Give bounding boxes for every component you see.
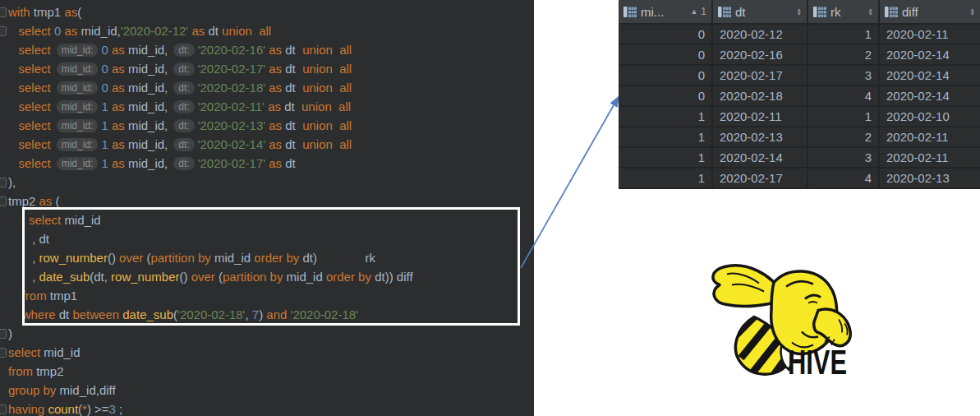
parameter-hint: dt: (173, 119, 194, 132)
code-line[interactable]: selectmid_id:0 as mid_id,dt:'2020-02-16'… (8, 40, 534, 59)
table-cell[interactable]: 2020-02-17 (713, 169, 808, 189)
column-header-dt[interactable]: dt▲▼ (713, 0, 808, 25)
sql-editor-panel[interactable]: with tmp1 as( select 0 as mid_id,'2020-0… (0, 0, 534, 416)
table-column-icon (718, 7, 731, 17)
column-label: diff (902, 5, 918, 19)
table-cell[interactable]: 3 (808, 148, 880, 169)
table-cell[interactable]: 2020-02-14 (880, 86, 980, 107)
sort-indicator-icon[interactable]: ▲▼ (797, 7, 802, 16)
parameter-hint: dt: (173, 81, 194, 95)
parameter-hint: dt: (173, 100, 194, 113)
table-cell[interactable]: 2020-02-14 (880, 45, 980, 66)
table-row[interactable]: 02020-02-1212020-02-11 (619, 25, 980, 45)
table-cell[interactable]: 2020-02-11 (880, 148, 980, 169)
fold-toggle-icon[interactable] (0, 7, 7, 17)
code-line[interactable]: ), (8, 173, 534, 192)
table-cell[interactable]: 0 (619, 45, 713, 66)
column-label: rk (830, 5, 841, 19)
parameter-hint: dt: (173, 157, 194, 170)
code-line[interactable]: , date_sub(dt, row_number() over (partit… (8, 267, 534, 286)
code-line[interactable]: from tmp2 (8, 362, 534, 381)
table-row[interactable]: 12020-02-1742020-02-13 (619, 169, 980, 189)
table-cell[interactable]: 3 (808, 66, 880, 86)
table-cell[interactable]: 0 (619, 25, 713, 45)
annotation-arrow-icon (516, 84, 631, 275)
parameter-hint: mid_id: (57, 157, 99, 170)
code-line[interactable]: , dt (8, 229, 534, 248)
table-column-icon (813, 7, 826, 17)
table-cell[interactable]: 1 (808, 25, 880, 45)
table-cell[interactable]: 2020-02-14 (880, 66, 980, 86)
code-line[interactable]: selectmid_id:1 as mid_id,dt:'2020-02-11'… (8, 97, 534, 116)
fold-toggle-icon[interactable] (0, 178, 7, 187)
hive-logo: HIVE (706, 257, 856, 386)
fold-toggle-icon[interactable] (0, 348, 7, 358)
table-cell[interactable]: 2020-02-16 (713, 45, 808, 66)
table-row[interactable]: 12020-02-1112020-02-10 (619, 107, 980, 127)
column-header-mi[interactable]: mi...▲1 (619, 0, 713, 25)
table-cell[interactable]: 1 (619, 127, 713, 148)
table-cell[interactable]: 2020-02-11 (713, 107, 808, 127)
fold-toggle-icon[interactable] (0, 329, 7, 339)
table-cell[interactable]: 2020-02-17 (713, 66, 808, 86)
code-line[interactable]: select mid_id (8, 343, 534, 362)
code-line[interactable]: where dt between date_sub('2020-02-18', … (8, 305, 534, 324)
code-line[interactable]: ) (8, 324, 534, 343)
table-cell[interactable]: 1 (619, 148, 713, 169)
table-row[interactable]: 02020-02-1622020-02-14 (619, 45, 980, 66)
fold-toggle-icon[interactable] (0, 26, 7, 36)
sort-indicator-icon[interactable]: ▲1 (690, 6, 706, 17)
table-row[interactable]: 02020-02-1842020-02-14 (619, 86, 980, 107)
table-cell[interactable]: 2020-02-11 (880, 127, 980, 148)
table-cell[interactable]: 2 (808, 45, 880, 66)
column-header-diff[interactable]: diff▲▼ (880, 0, 980, 25)
code-line[interactable]: having count(*) >=3 ; (8, 400, 534, 416)
table-row[interactable]: 12020-02-1322020-02-11 (619, 127, 980, 148)
hive-wordmark: HIVE (788, 343, 847, 381)
code-line[interactable]: selectmid_id:1 as mid_id,dt:'2020-02-14'… (8, 135, 534, 154)
table-cell[interactable]: 2 (808, 127, 880, 148)
parameter-hint: mid_id: (57, 62, 99, 76)
fold-toggle-icon[interactable] (0, 404, 7, 414)
code-line[interactable]: with tmp1 as( (8, 2, 534, 21)
results-table[interactable]: mi...▲1dt▲▼rk▲▼diff▲▼ 02020-02-1212020-0… (619, 0, 980, 189)
table-cell[interactable]: 2020-02-13 (880, 169, 980, 189)
code-line[interactable]: selectmid_id:1 as mid_id,dt:'2020-02-13'… (8, 116, 534, 135)
table-cell[interactable]: 2020-02-10 (880, 107, 980, 127)
sort-indicator-icon[interactable]: ▲▼ (970, 7, 975, 16)
table-cell[interactable]: 0 (619, 66, 713, 86)
parameter-hint: mid_id: (57, 138, 99, 151)
table-cell[interactable]: 1 (619, 107, 713, 127)
query-results-grid[interactable]: mi...▲1dt▲▼rk▲▼diff▲▼ 02020-02-1212020-0… (619, 0, 980, 189)
table-cell[interactable]: 1 (808, 107, 880, 127)
code-line[interactable]: group by mid_id,diff (8, 381, 534, 400)
table-cell[interactable]: 2020-02-13 (713, 127, 808, 148)
code-line[interactable]: tmp2 as ( (8, 192, 534, 210)
code-line[interactable]: selectmid_id:0 as mid_id,dt:'2020-02-17'… (8, 59, 534, 78)
code-area[interactable]: with tmp1 as( select 0 as mid_id,'2020-0… (0, 0, 534, 416)
table-cell[interactable]: 2020-02-12 (713, 25, 808, 45)
table-cell[interactable]: 2020-02-18 (713, 86, 808, 107)
table-cell[interactable]: 4 (808, 86, 880, 107)
table-cell[interactable]: 1 (619, 169, 713, 189)
table-column-icon (885, 7, 898, 17)
code-line[interactable]: selectmid_id:1 as mid_id,dt:'2020-02-17'… (8, 154, 534, 173)
table-cell[interactable]: 4 (808, 169, 880, 189)
table-cell[interactable]: 2020-02-11 (880, 25, 980, 45)
parameter-hint: dt: (173, 138, 194, 151)
table-cell[interactable]: 0 (619, 86, 713, 107)
code-line[interactable]: select mid_id (8, 210, 534, 229)
table-row[interactable]: 02020-02-1732020-02-14 (619, 66, 980, 86)
code-line[interactable]: , row_number() over (partition by mid_id… (8, 248, 534, 267)
code-line[interactable]: selectmid_id:0 as mid_id,dt:'2020-02-18'… (8, 78, 534, 97)
table-column-icon (623, 7, 637, 17)
table-cell[interactable]: 2020-02-14 (713, 148, 808, 169)
table-row[interactable]: 12020-02-1432020-02-11 (619, 148, 980, 169)
parameter-hint: dt: (173, 44, 194, 57)
code-line[interactable]: from tmp1 (8, 286, 534, 305)
sort-indicator-icon[interactable]: ▲▼ (868, 7, 873, 16)
parameter-hint: mid_id: (57, 100, 99, 113)
fold-toggle-icon[interactable] (0, 196, 7, 206)
column-header-rk[interactable]: rk▲▼ (808, 0, 880, 25)
code-line[interactable]: select 0 as mid_id,'2020-02-12' as dt un… (8, 21, 534, 40)
